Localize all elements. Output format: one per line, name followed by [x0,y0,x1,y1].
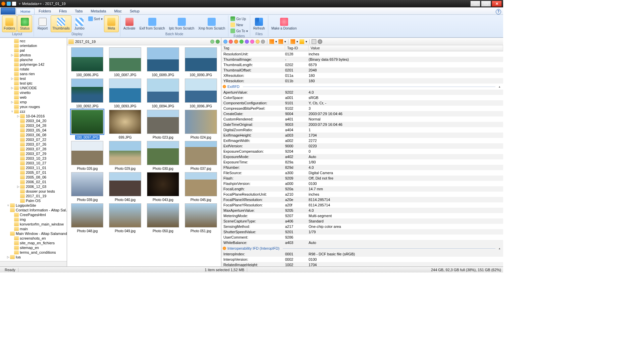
activate-button[interactable]: Activate [122,15,137,32]
tag-color-button[interactable] [239,40,244,44]
thumbnail-item[interactable]: 100_0093.JPG [107,79,144,108]
thumbnail-item[interactable]: Photo 043.jpg [145,172,181,202]
folder-tree[interactable]: ncc orientation pal▷photos planche polym… [0,38,67,261]
tree-item[interactable]: screenshots_en [0,236,67,241]
sort-menu[interactable]: Sort ▾ [88,15,103,22]
exif-scratch-button[interactable]: Exif from Scratch [138,15,167,32]
tag-color-button[interactable] [250,40,254,44]
tree-item[interactable]: vinetto [0,90,67,95]
thumbnail-item[interactable]: Photo 051.jpg [182,203,219,233]
thumbnail-item[interactable]: Photo 040.jpg [107,172,144,202]
print-button[interactable] [312,39,316,44]
xmp-scratch-button[interactable]: Xmp from Scratch [197,15,227,32]
go-up-button[interactable]: Go Up [230,16,248,21]
metadata-row[interactable]: FNumber:829d4.0 [221,165,503,170]
tab-folders[interactable]: Folders [35,8,55,14]
tree-item[interactable]: dossier pour tests [0,189,67,194]
status-dot-icon[interactable] [216,40,220,44]
tab-metadata[interactable]: Metadata [87,8,110,14]
metadata-row[interactable]: SensingMethod:a217One-chip color area [221,224,503,229]
tree-item[interactable]: konvertorfm_main_window [0,222,67,227]
tree-item[interactable]: 2003_10_23 [0,156,67,161]
tree-item[interactable]: 2003_06_08 [0,133,67,137]
toolbar-button[interactable] [269,39,274,44]
thumbnail-item[interactable]: 100_0087.JPG [107,47,144,77]
settings-button[interactable] [318,39,322,44]
thumbnail-item[interactable]: Photo 050.jpg [145,203,181,233]
thumbnail-item[interactable]: Photo 023.jpg [145,110,181,140]
metadata-list[interactable]: ResolutionUnit:0128inchesThumbnailImage:… [221,51,503,266]
go-to-button[interactable]: Go To ▾ [230,28,248,34]
window-close-button[interactable]: ✕ [492,1,502,7]
tree-item[interactable]: sans rien [0,71,67,76]
tree-item[interactable]: 2003_10_27 [0,161,67,165]
tab-tabs[interactable]: Tabs [71,8,87,14]
window-maximize-button[interactable]: ▢ [481,1,491,7]
tree-item[interactable]: 2003_04_28 [0,123,67,128]
folders-button[interactable]: Folders [2,15,17,32]
thumbnail-item[interactable]: 100_0092.JPG [69,79,106,108]
metadata-row[interactable]: ExifImageHeight:a0031704 [221,133,503,138]
help-button[interactable]: ? [496,9,501,14]
thumbnail-item[interactable]: Photo 030.jpg [145,141,181,171]
tree-item[interactable]: 2017_01_19 [0,194,67,198]
metadata-row[interactable]: FocalPlaneYResolution:a20f8114.285714 [221,202,503,208]
tree-item[interactable]: test iptc [0,81,67,86]
thumbnail-item[interactable]: 100_0089.JPG [145,47,181,77]
thumbnail-item[interactable]: 100_0097.JPG [69,110,106,140]
refresh-button[interactable]: Refresh [252,15,267,32]
tag-color-button[interactable] [256,40,260,44]
metadata-row[interactable]: FocalLength:920a14.7 mm [221,186,503,192]
metadata-row[interactable]: YResolution:011b180 [221,78,503,84]
thumbnails-button[interactable]: Thumbnails [51,15,71,32]
thumbnail-grid[interactable]: 100_0086.JPG100_0087.JPG100_0089.JPG100_… [67,45,221,266]
tag-color-button[interactable] [234,40,238,44]
jumbo-button[interactable]: Jumbo [72,15,87,32]
metadata-row[interactable]: CreateDate:90042003:07:29 16:04:46 [221,111,503,116]
metadata-row[interactable]: ResolutionUnit:0128inches [221,51,503,57]
metadata-row[interactable]: FileSource:a300Digital Camera [221,170,503,176]
thumbnail-item[interactable]: 100_0096.JPG [182,79,219,108]
tree-item[interactable]: CreePagesHtml [0,212,67,217]
tree-item[interactable]: ▿LogipoleSite [0,203,67,208]
metadata-row[interactable]: ThumbnailLength:02026579 [221,62,503,67]
metadata-row[interactable]: RelatedImageHeight:10021704 [221,262,503,266]
metadata-row[interactable]: DigitalZoomRatio:a4041 [221,127,503,133]
metadata-row[interactable]: FocalPlaneXResolution:a20e8114.285714 [221,197,503,202]
status-button[interactable]: Status [17,15,32,32]
metadata-row[interactable]: ApertureValue:92024.0 [221,90,503,95]
tree-item[interactable]: Main Window - Altap Salamand [0,231,67,236]
tree-item[interactable]: ▷lua [0,255,67,259]
tree-item[interactable]: terms_and_conditions [0,250,67,255]
metadata-row[interactable]: Flash:9209Off, Did not fire [221,176,503,181]
metadata-row[interactable]: ColorSpace:a001sRGB [221,95,503,100]
tree-item[interactable]: pal [0,48,67,53]
thumbnail-item[interactable]: Photo 029.jpg [107,141,144,171]
header-value[interactable]: Value [309,45,503,51]
report-button[interactable]: Report [35,15,50,32]
tag-color-button[interactable] [223,40,227,44]
tree-item[interactable]: 2003_07_22 [0,137,67,142]
metadata-row[interactable]: ComponentsConfiguration:9101Y, Cb, Cr, - [221,100,503,106]
window-minimize-button[interactable]: — [470,1,480,7]
header-tag[interactable]: Tag [221,45,285,51]
metadata-row[interactable]: ExifVersion:90000220 [221,143,503,149]
thumbnail-item[interactable]: Photo 049.jpg [107,203,144,233]
tree-item[interactable]: 2006_02_01 [0,180,67,184]
tree-item[interactable]: web [0,95,67,100]
new-button[interactable]: New [230,22,248,28]
iptc-scratch-button[interactable]: Iptc from Scratch [167,15,196,32]
tree-item[interactable]: ▷test [0,76,67,81]
thumbnail-item[interactable]: 100_0086.JPG [69,47,106,77]
tree-item[interactable]: 2003_07_26 [0,142,67,147]
metadata-row[interactable]: MaxApertureValue:92054.0 [221,208,503,213]
metadata-row[interactable]: ThumbnailOffset:02012048 [221,67,503,73]
tree-item[interactable]: 2003_07_29 [0,151,67,156]
metadata-row[interactable]: ThumbnailImage:-(Binary data 6579 bytes) [221,57,503,62]
toolbar-button[interactable] [278,39,283,44]
thumbnail-item[interactable]: Photo 024.jpg [182,110,219,140]
tree-item[interactable]: ▿zzz [0,109,67,114]
thumbnail-item[interactable]: 100_0094.JPG [145,79,181,108]
metadata-row[interactable]: ExposureTime:829a1/80 [221,159,503,165]
tree-item[interactable]: polymerge-142 [0,62,67,67]
